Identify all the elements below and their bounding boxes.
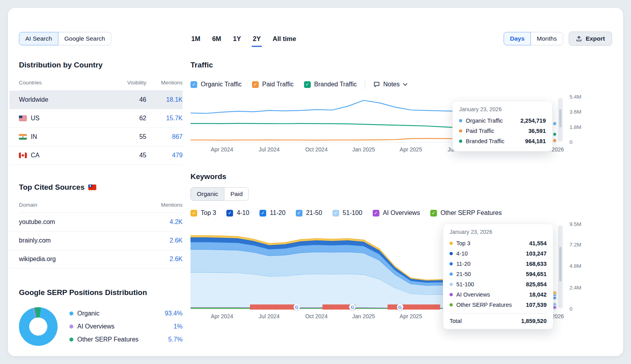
tooltip-series-value: 594,651 (526, 271, 547, 277)
source-row-wikipedia-org[interactable]: wikipedia.org2.6K (9, 250, 183, 269)
traffic-y-zoom-slider[interactable] (558, 98, 563, 142)
mentions-link[interactable]: 4.2K (146, 218, 183, 226)
visibility-value: 45 (119, 152, 146, 159)
mentions-link[interactable]: 2.6K (146, 237, 183, 244)
notes-dropdown[interactable]: Notes (373, 81, 407, 88)
checkbox-checked-icon[interactable]: ✓ (332, 210, 339, 217)
tooltip-row: Branded Traffic964,181 (459, 136, 546, 146)
mentions-link[interactable]: 867 (146, 133, 183, 140)
serp-legend-organic: Organic93.4% (69, 310, 183, 317)
filter-other-serp-features[interactable]: ✓Other SERP Features (430, 209, 502, 217)
keywords-y-axis: 02.4M4.8M7.2M9.5M (569, 224, 585, 309)
search-mode-google-search[interactable]: Google Search (58, 32, 111, 45)
serp-donut-chart[interactable] (19, 307, 58, 346)
granularity-toggle: DaysMonths (504, 32, 563, 45)
top-cited-sources-title: Top Cited Sources (19, 183, 183, 192)
country-row-worldwide[interactable]: Worldwide4618.1K (9, 91, 183, 109)
x-axis-label: Oct 2024 (305, 146, 328, 153)
series-color-dot (459, 119, 462, 122)
content: Distribution by Country Countries Visibi… (19, 59, 612, 346)
filter-ai-overviews[interactable]: ✓AI Overviews (373, 209, 420, 217)
serp-legend-other-serp-features: Other SERP Features5.7% (69, 336, 183, 343)
time-range-1y[interactable]: 1Y (233, 32, 241, 46)
tooltip-row: AI Overviews18,042 (450, 289, 547, 300)
checkbox-checked-icon[interactable]: ✓ (190, 81, 197, 88)
dashboard-card: AI SearchGoogle Search 1M6M1Y2YAll time … (8, 8, 623, 356)
checkbox-checked-icon[interactable]: ✓ (259, 210, 266, 217)
filter-top-3[interactable]: ✓Top 3 (190, 209, 216, 217)
checkbox-checked-icon[interactable]: ✓ (252, 81, 259, 88)
google-icon[interactable]: G (397, 304, 403, 310)
legend-label: AI Overviews (383, 209, 420, 217)
keywords-type-organic[interactable]: Organic (190, 187, 224, 201)
filter-51-100[interactable]: ✓51-100 (332, 209, 362, 217)
google-icon[interactable]: G (293, 304, 300, 310)
checkbox-checked-icon[interactable]: ✓ (190, 210, 197, 217)
series-end-dot (553, 139, 556, 142)
legend-label: Other SERP Features (77, 336, 138, 343)
tooltip-series-value: 825,854 (526, 281, 547, 287)
country-row-in[interactable]: IN55867 (9, 128, 183, 146)
time-range-1m[interactable]: 1M (191, 32, 200, 46)
export-button[interactable]: Export (569, 32, 612, 46)
checkbox-checked-icon[interactable]: ✓ (304, 81, 311, 88)
series-color-dot (450, 252, 453, 255)
tooltip-series-label: Other SERP Features (456, 302, 523, 308)
time-range-all-time[interactable]: All time (273, 32, 296, 46)
legend-label: Top 3 (201, 209, 216, 217)
mentions-link[interactable]: 18.1K (146, 96, 183, 103)
column-mentions: Mentions (146, 80, 183, 86)
legend-label: Organic (77, 310, 99, 317)
y-axis-label: 0 (569, 306, 573, 312)
filter-4-10[interactable]: ✓4-10 (226, 209, 249, 217)
checkbox-checked-icon[interactable]: ✓ (373, 210, 379, 217)
column-domain: Domain (19, 202, 146, 208)
keywords-y-zoom-slider[interactable] (558, 225, 563, 308)
tooltip-series-value: 18,042 (529, 291, 547, 298)
tooltip-row: Paid Traffic36,591 (459, 126, 546, 136)
source-row-youtube-com[interactable]: youtube.com4.2K (9, 213, 183, 231)
legend-label: Other SERP Features (441, 209, 502, 217)
time-range-2y[interactable]: 2Y (253, 32, 261, 46)
granularity-months[interactable]: Months (530, 32, 563, 45)
filter-11-20[interactable]: ✓11-20 (259, 209, 286, 217)
tooltip-series-label: Paid Traffic (466, 128, 525, 134)
y-axis-label: 9.5M (569, 221, 581, 227)
keywords-type-paid[interactable]: Paid (224, 187, 249, 201)
country-name: US (31, 115, 39, 122)
tooltip-row: Organic Traffic2,254,719 (459, 116, 546, 126)
search-mode-ai-search[interactable]: AI Search (19, 32, 58, 45)
filter-21-50[interactable]: ✓21-50 (296, 209, 322, 217)
tooltip-series-value: 103,247 (526, 250, 547, 257)
tooltip-series-value: 964,181 (525, 138, 546, 144)
source-row-brainly-com[interactable]: brainly.com2.6K (9, 231, 183, 250)
granularity-days[interactable]: Days (504, 32, 531, 45)
mentions-link[interactable]: 15.7K (146, 115, 183, 122)
serp-legend: Organic93.4%AI Overviews1%Other SERP Fea… (69, 310, 183, 343)
legend-color-dot (69, 325, 73, 329)
time-range-6m[interactable]: 6M (212, 32, 221, 46)
visibility-value: 55 (119, 133, 146, 140)
serp-event-annotations[interactable] (250, 304, 299, 310)
topbar-main: 1M6M1Y2YAll time DaysMonths Export (191, 32, 612, 46)
mentions-link[interactable]: 2.6K (146, 256, 183, 263)
column-visibility: Visibility (119, 80, 146, 86)
country-row-us[interactable]: US6215.7K (9, 109, 183, 128)
x-axis-label: Oct 2024 (305, 313, 328, 319)
chevron-down-icon (403, 83, 407, 86)
checkbox-checked-icon[interactable]: ✓ (226, 210, 233, 217)
left-sidebar: Distribution by Country Countries Visibi… (19, 59, 183, 346)
checkbox-checked-icon[interactable]: ✓ (296, 210, 302, 217)
serp-event-annotations[interactable] (388, 304, 440, 310)
checkbox-checked-icon[interactable]: ✓ (430, 210, 437, 217)
country-row-ca[interactable]: CA45479 (9, 146, 183, 165)
tooltip-row: 4-10103,247 (450, 248, 547, 259)
x-axis-label: Apr 2024 (211, 146, 233, 153)
keywords-legend-row: ✓Top 3✓4-10✓11-20✓21-50✓51-100✓AI Overvi… (190, 209, 612, 217)
mentions-link[interactable]: 479 (146, 152, 183, 159)
y-axis-label: 4.8M (569, 263, 581, 269)
filter-organic-traffic[interactable]: ✓Organic Traffic (190, 81, 242, 88)
tooltip-series-value: 36,591 (528, 128, 546, 134)
filter-branded-traffic[interactable]: ✓Branded Traffic (304, 81, 357, 88)
filter-paid-traffic[interactable]: ✓Paid Traffic (252, 81, 294, 88)
